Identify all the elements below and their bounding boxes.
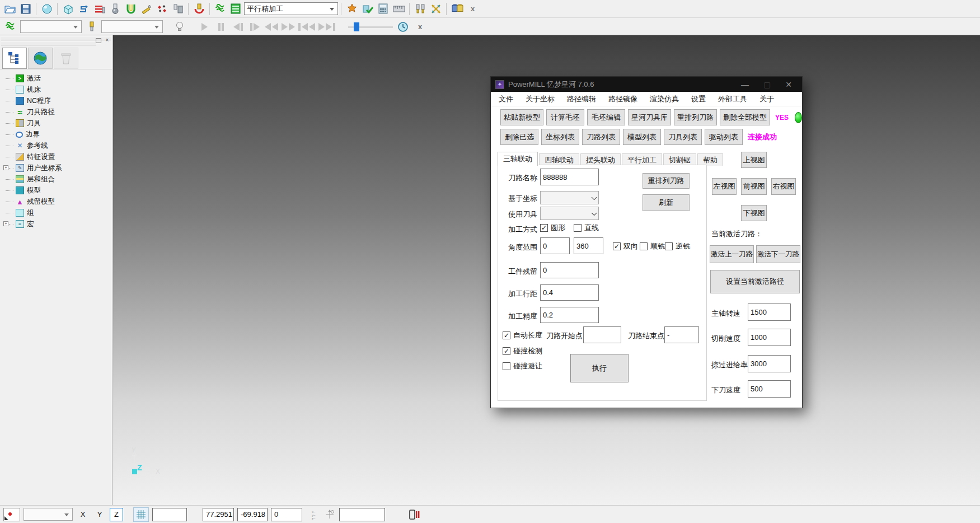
tree-item-nc-program[interactable]: NC程序 xyxy=(3,95,112,106)
execute-button[interactable]: 执行 xyxy=(570,354,629,382)
angle-start-input[interactable] xyxy=(540,237,570,254)
set-active-path-button[interactable]: 设置当前激活路径 xyxy=(710,270,800,293)
close-icon[interactable]: ✕ xyxy=(785,81,792,88)
menu-coords[interactable]: 关于坐标 xyxy=(526,94,555,104)
menu-settings[interactable]: 设置 xyxy=(691,94,706,104)
graphics-viewport[interactable]: Y X Z ✦ PowerMILL 忆梦星河 7.0.6 — ▢ ✕ 文件 关于… xyxy=(113,35,980,505)
toolpath-burn-icon[interactable] xyxy=(344,2,359,16)
tool-ball-icon[interactable] xyxy=(107,2,123,16)
play-button[interactable] xyxy=(197,20,212,34)
tab-explorer-tree[interactable] xyxy=(2,48,27,69)
rearrange-button[interactable]: 重排列刀路 xyxy=(643,173,690,189)
sim-toolbar-close-icon[interactable]: x xyxy=(412,20,428,34)
delete-all-models-button[interactable]: 删除全部模型 xyxy=(720,109,770,125)
tree-item-stock-models[interactable]: ▲残留模型 xyxy=(3,196,112,207)
xyz-list-icon[interactable]: x–y–z– xyxy=(311,509,320,520)
stock-edit-button[interactable]: 毛坯编辑 xyxy=(587,109,625,125)
conventional-checkbox[interactable]: 逆铣 xyxy=(665,241,690,251)
float-panel-icon[interactable] xyxy=(96,38,101,43)
bidirectional-checkbox[interactable]: 双向 xyxy=(613,241,638,251)
tab-explorer-recycle[interactable] xyxy=(54,48,78,69)
compare-models-icon[interactable] xyxy=(449,2,465,16)
axis-y-button[interactable]: Y xyxy=(93,508,106,521)
bulb-icon[interactable] xyxy=(172,20,187,34)
axis-x-button[interactable]: X xyxy=(76,508,90,521)
tool-select[interactable] xyxy=(540,207,599,220)
stock-allowance-input[interactable] xyxy=(540,262,599,278)
slider-handle[interactable] xyxy=(354,22,359,31)
bidirectional-checkbox-box[interactable] xyxy=(613,242,621,250)
pattern-icon[interactable] xyxy=(154,2,170,16)
tab-explorer-web[interactable] xyxy=(28,48,53,69)
collision-avoid-checkbox-box[interactable] xyxy=(503,362,510,370)
angle-end-input[interactable] xyxy=(574,237,603,254)
tree-item-toolpaths[interactable]: ≈刀具路径 xyxy=(3,106,112,118)
refresh-button[interactable]: 刷新 xyxy=(643,194,690,211)
prev-toolpath-button[interactable]: 激活上一刀路 xyxy=(710,245,754,263)
dialog-titlebar[interactable]: ✦ PowerMILL 忆梦星河 7.0.6 — ▢ ✕ xyxy=(491,77,802,92)
leads-links-icon[interactable] xyxy=(123,2,138,16)
toolpath-name-input[interactable] xyxy=(540,169,599,185)
coord-list-button[interactable]: 坐标列表 xyxy=(541,129,579,145)
coord-x-field[interactable]: 77.2951 xyxy=(203,508,234,521)
menu-file[interactable]: 文件 xyxy=(499,94,513,104)
tree-item-tools[interactable]: 刀具 xyxy=(3,118,112,129)
minimize-icon[interactable]: — xyxy=(741,81,749,88)
model-list-button[interactable]: 模型列表 xyxy=(623,129,661,145)
menu-about[interactable]: 关于 xyxy=(759,94,774,104)
tab-saw[interactable]: 切割锯 xyxy=(663,153,696,166)
go-to-end-button[interactable] xyxy=(318,20,336,34)
tree-item-levels-sets[interactable]: 层和组合 xyxy=(3,174,112,185)
drive-list-button[interactable]: 驱动列表 xyxy=(705,129,743,145)
line-checkbox-box[interactable] xyxy=(574,224,582,232)
collision-check-checkbox[interactable]: 碰撞检测 xyxy=(503,346,542,356)
fast-forward-button[interactable] xyxy=(281,20,296,34)
tree-item-macros[interactable]: +≡宏 xyxy=(3,218,112,230)
tool-library-button[interactable]: 星河刀具库 xyxy=(628,109,671,125)
auto-length-checkbox-box[interactable] xyxy=(503,331,510,339)
toolbar-close-icon[interactable]: x xyxy=(465,2,480,16)
transform-arrows-icon[interactable] xyxy=(428,2,443,16)
tool-list-button[interactable]: 刀具列表 xyxy=(664,129,702,145)
conventional-checkbox-box[interactable] xyxy=(665,242,673,250)
tree-item-activate[interactable]: >激活 xyxy=(3,73,112,84)
tab-3axis[interactable]: 三轴联动 xyxy=(498,152,538,166)
cutting-feed-input[interactable] xyxy=(748,329,791,346)
toolpath-verify-icon[interactable] xyxy=(360,2,375,16)
next-toolpath-button[interactable]: 激活下一刀路 xyxy=(756,245,800,263)
go-to-start-button[interactable] xyxy=(298,20,316,34)
collision-avoid-checkbox[interactable]: 碰撞避让 xyxy=(503,361,542,371)
tab-parallel[interactable]: 平行加工 xyxy=(622,153,662,166)
paste-new-model-button[interactable]: 粘贴新模型 xyxy=(500,109,543,125)
spindle-speed-input[interactable] xyxy=(748,303,791,321)
panel-grips[interactable]: × xyxy=(0,36,112,45)
tolerance-input[interactable] xyxy=(540,307,599,323)
block-icon[interactable] xyxy=(60,2,76,16)
axis-z-button[interactable]: Z xyxy=(110,508,123,521)
delete-toolpath-icon[interactable] xyxy=(170,2,185,16)
sim-tool-combobox[interactable] xyxy=(101,20,163,33)
workplane-combobox[interactable] xyxy=(24,508,73,521)
skim-feed-input[interactable] xyxy=(748,355,791,372)
strategy-list-icon[interactable] xyxy=(228,2,243,16)
save-project-icon[interactable] xyxy=(18,2,33,16)
collision-check-checkbox-box[interactable] xyxy=(503,347,510,355)
tool-pair-icon[interactable] xyxy=(412,2,428,16)
circle-checkbox[interactable]: 圆形 xyxy=(540,223,565,233)
tree-item-boundaries[interactable]: 边界 xyxy=(3,129,112,140)
grid-size-field[interactable] xyxy=(152,508,187,521)
delete-selected-button[interactable]: 删除已选 xyxy=(500,129,538,145)
tool-holder-icon[interactable] xyxy=(191,2,207,16)
tab-swivel[interactable]: 摆头联动 xyxy=(580,153,621,166)
sim-toolpath-combobox[interactable] xyxy=(20,20,82,33)
rearrange-toolpaths-button[interactable]: 重排列刀路 xyxy=(674,109,717,125)
tree-item-workplanes[interactable]: +✎用户坐标系 xyxy=(3,162,112,174)
top-view-button[interactable]: 上视图 xyxy=(741,152,767,168)
menu-path-edit[interactable]: 路径编辑 xyxy=(567,94,596,104)
climb-checkbox-box[interactable] xyxy=(640,242,648,250)
menu-path-mirror[interactable]: 路径镜像 xyxy=(608,94,637,104)
plunge-feed-input[interactable] xyxy=(748,380,791,398)
toolpath-arrow-icon[interactable] xyxy=(76,2,91,16)
pause-button[interactable] xyxy=(214,20,228,34)
toolpath-list-button[interactable]: 刀路列表 xyxy=(582,129,620,145)
